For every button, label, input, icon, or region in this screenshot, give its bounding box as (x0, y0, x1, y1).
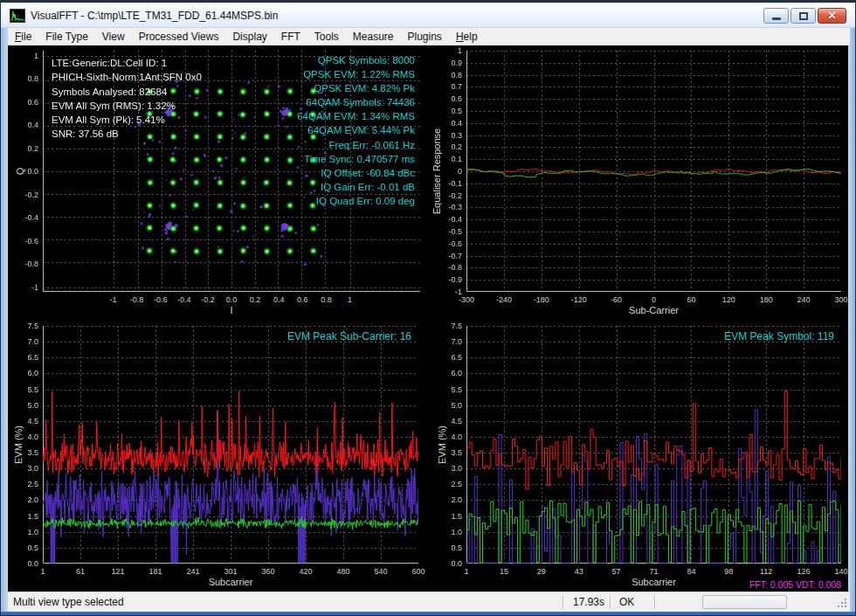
y-tick-label: 6.5 (27, 353, 38, 362)
constellation-info-line: QPSK EVM: 1.22% RMS (297, 67, 415, 81)
window-title: VisualFFT - C:\tmp\LTE_TM31_FDD_61.44MSP… (31, 10, 278, 22)
statusbar-separator (563, 595, 563, 609)
constellation-panel[interactable]: LTE:Generic:DL:Cell ID: 1PHICH-Sixth-Nor… (43, 51, 420, 292)
y-tick-label: 6.5 (451, 353, 462, 362)
menu-item-display[interactable]: Display (225, 28, 273, 45)
title-bar[interactable]: VisualFFT - C:\tmp\LTE_TM31_FDD_61.44MSP… (1, 1, 855, 28)
x-tick-label: 0 (652, 295, 656, 304)
menu-item-processed-views[interactable]: Processed Views (132, 28, 226, 45)
x-tick-label: -240 (496, 295, 512, 304)
menu-item-measure[interactable]: Measure (346, 28, 401, 45)
x-tick-label: 600 (411, 567, 425, 576)
x-tick-label: 1 (464, 567, 468, 576)
y-tick-label: -0.3 (448, 203, 462, 211)
x-tick-label: -120 (571, 295, 587, 304)
x-tick-label: 43 (575, 567, 583, 576)
maximize-button[interactable] (790, 8, 816, 24)
menu-item-help[interactable]: Help (449, 28, 485, 45)
y-tick-label: 1.0 (451, 528, 462, 536)
menu-item-file-type[interactable]: File Type (38, 28, 94, 45)
y-tick-label: 0.2 (451, 142, 462, 151)
equaliser-y-axis-label: Equaliser Response (431, 128, 442, 214)
y-tick-label: 0.6 (451, 94, 462, 103)
x-tick-label: 0.8 (321, 295, 332, 304)
menu-bar: FileFile TypeViewProcessed ViewsDisplayF… (8, 28, 850, 45)
y-tick-label: -0.8 (448, 263, 462, 272)
menu-item-view[interactable]: View (95, 28, 132, 45)
constellation-y-axis-label: Q (15, 168, 25, 176)
constellation-info-line: EVM All Sym (RMS): 1.32% (52, 99, 202, 113)
x-tick-label: 1 (40, 567, 45, 576)
y-tick-label: 0.8 (451, 71, 462, 80)
y-tick-label: 5.5 (27, 385, 38, 394)
x-tick-label: 121 (111, 567, 124, 576)
evm-subcarrier-panel[interactable]: EVM Peak Sub-Carrier: 16 EVM (%) Subcarr… (43, 326, 418, 564)
progress-bar (702, 595, 787, 609)
equaliser-panel[interactable]: Equaliser Response Sub-Carrier -300-240-… (466, 51, 841, 292)
y-tick-label: -0.6 (24, 237, 38, 246)
y-tick-label: 0.0 (27, 167, 38, 176)
y-tick-label: 3.0 (27, 464, 38, 473)
constellation-info-line: IQ Gain Err: -0.01 dB (297, 180, 415, 194)
constellation-info-line: QPSK EVM: 4.82% Pk (297, 81, 415, 95)
x-tick-label: 71 (649, 567, 658, 576)
constellation-info-line: 64QAM EVM: 5.44% Pk (297, 123, 415, 137)
y-tick-label: -0.8 (24, 260, 38, 268)
x-tick-label: 0.0 (226, 295, 238, 304)
y-tick-label: 2.0 (27, 495, 38, 504)
y-tick-label: 0.0 (451, 559, 462, 568)
y-tick-label: 1.5 (27, 512, 38, 521)
y-tick-label: 0.8 (27, 74, 38, 83)
y-tick-label: 5.0 (451, 401, 462, 410)
resize-grip[interactable] (845, 599, 846, 600)
constellation-info-line: SNR: 37.56 dB (52, 127, 202, 141)
evm-subcarrier-plot[interactable] (43, 326, 418, 564)
x-tick-label: -0.6 (154, 295, 168, 304)
y-tick-label: -0.1 (448, 179, 462, 188)
y-tick-label: -1 (31, 283, 38, 292)
constellation-info-line: EVM All Sym (Pk): 5.41% (52, 113, 202, 127)
y-tick-label: 0.3 (451, 131, 462, 140)
y-tick-label: 0.5 (451, 107, 462, 115)
x-tick-label: 1 (348, 295, 352, 304)
x-tick-label: 300 (834, 295, 847, 304)
y-tick-label: 2.5 (451, 480, 462, 488)
y-tick-label: 0.7 (451, 82, 462, 91)
constellation-info-line: PHICH-Sixth-Norm:1Ant:SFN 0x0 (52, 70, 202, 84)
equaliser-plot[interactable] (466, 51, 841, 292)
evm-symbol-panel[interactable]: EVM Peak Symbol: 119 FFT: 0.005 VDT: 0.0… (466, 326, 841, 564)
x-tick-label: -0.8 (130, 295, 144, 304)
y-tick-label: 1.5 (451, 512, 462, 521)
statusbar-separator (654, 595, 655, 609)
x-tick-label: 240 (797, 295, 811, 304)
close-button[interactable]: ✕ (818, 8, 846, 24)
x-tick-label: -0.2 (201, 295, 215, 304)
constellation-info-line: Time Sync: 0.470577 ms (297, 152, 415, 166)
status-bar: Multi view type selected 17.93s OK (8, 592, 850, 612)
window-border-left (1, 28, 8, 612)
evm-symbol-plot[interactable] (466, 326, 841, 564)
x-tick-label: -1 (109, 295, 116, 304)
constellation-info-line: QPSK Symbols: 8000 (297, 53, 415, 67)
menu-item-fft[interactable]: FFT (274, 28, 307, 45)
y-tick-label: 0.9 (451, 59, 462, 67)
minimize-icon (772, 17, 781, 20)
y-tick-label: 4.5 (27, 417, 38, 426)
close-icon: ✕ (827, 10, 836, 21)
menu-item-file[interactable]: File (8, 28, 38, 45)
y-tick-label: -0.2 (448, 191, 462, 200)
menu-item-tools[interactable]: Tools (307, 28, 346, 45)
y-tick-label: 0.2 (27, 144, 38, 153)
x-tick-label: -0.4 (177, 295, 191, 304)
y-tick-label: 4.5 (451, 417, 462, 426)
menu-item-plugins[interactable]: Plugins (401, 28, 449, 45)
x-tick-label: -60 (611, 295, 622, 304)
minimize-button[interactable] (763, 8, 789, 24)
x-tick-label: 29 (537, 567, 546, 576)
x-tick-label: 60 (687, 295, 695, 304)
y-tick-label: 7.0 (451, 337, 462, 346)
y-tick-label: -0.5 (448, 227, 462, 236)
y-tick-label: 0 (458, 167, 462, 176)
x-tick-label: 120 (722, 295, 735, 304)
y-tick-label: 4.0 (451, 433, 462, 441)
